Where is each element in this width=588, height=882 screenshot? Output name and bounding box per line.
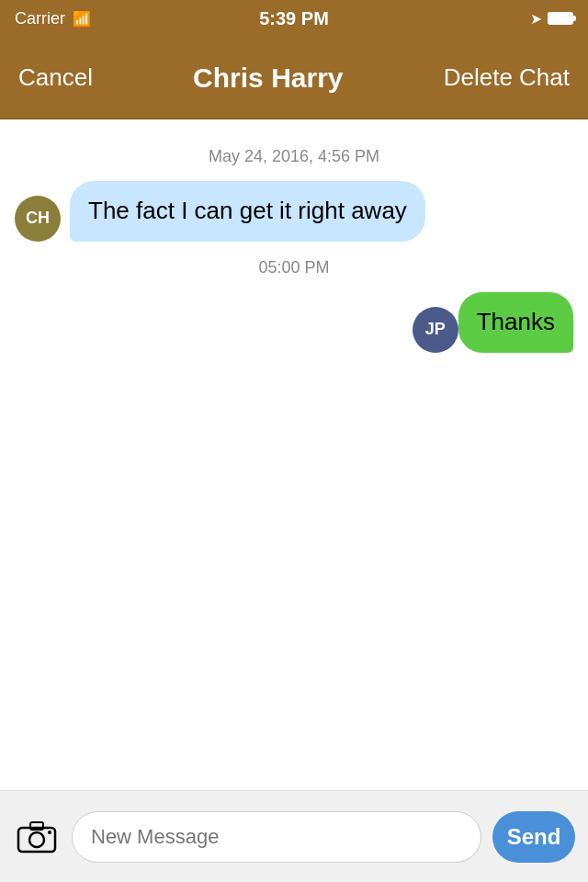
message-row-incoming: CH The fact I can get it right away (15, 181, 573, 242)
svg-point-3 (48, 831, 51, 834)
svg-point-1 (29, 832, 44, 847)
nav-bar: Cancel Chris Harry Delete Chat (0, 37, 588, 119)
message-row-outgoing: Thanks JP (15, 292, 573, 353)
status-bar: Carrier 📶 5:39 PM ➤ (0, 0, 588, 37)
camera-button[interactable] (13, 813, 61, 861)
timestamp-2: 05:00 PM (15, 258, 573, 277)
bubble-outgoing: Thanks (458, 292, 573, 353)
status-left: Carrier 📶 (15, 9, 91, 28)
status-right: ➤ (530, 10, 573, 28)
battery-icon (548, 12, 573, 25)
avatar-jp: JP (413, 307, 458, 353)
cancel-button[interactable]: Cancel (18, 63, 93, 92)
messages-area: May 24, 2016, 4:56 PM CH The fact I can … (0, 119, 588, 772)
timestamp-1: May 24, 2016, 4:56 PM (15, 147, 573, 166)
send-button[interactable]: Send (492, 811, 575, 863)
status-time: 5:39 PM (259, 8, 329, 29)
camera-icon (17, 820, 57, 854)
location-icon: ➤ (530, 10, 542, 28)
avatar-ch: CH (15, 196, 61, 242)
nav-title: Chris Harry (193, 62, 343, 94)
input-bar: Send (0, 790, 588, 882)
bubble-incoming: The fact I can get it right away (70, 181, 425, 242)
delete-chat-button[interactable]: Delete Chat (444, 63, 570, 92)
wifi-icon: 📶 (73, 10, 91, 28)
carrier-label: Carrier (15, 9, 65, 28)
message-input[interactable] (72, 811, 481, 863)
